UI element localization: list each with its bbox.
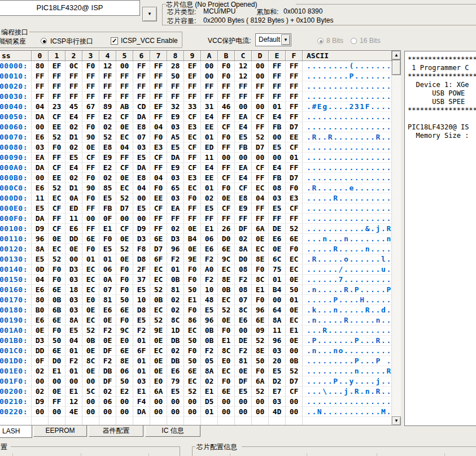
hex-byte-cell[interactable]: 75 [269,264,286,275]
hex-byte-cell[interactable]: 67 [82,102,99,112]
hex-byte-cell[interactable]: F0 [218,61,235,71]
hex-byte-cell[interactable]: 81 [235,356,252,366]
hex-byte-cell[interactable]: 6F [150,254,167,264]
hex-byte-cell[interactable]: D3 [32,336,49,346]
hex-byte-cell[interactable]: FF [49,397,65,407]
hex-byte-cell[interactable]: 02 [65,122,82,132]
hex-byte-cell[interactable]: DA [32,214,49,224]
hex-byte-cell[interactable]: 06 [99,264,116,275]
hex-byte-cell[interactable]: 0E [65,244,82,254]
hex-byte-cell[interactable]: FF [252,173,269,183]
hex-byte-cell[interactable]: 07 [235,295,252,305]
hex-byte-cell[interactable]: 01 [65,346,82,356]
hex-byte-cell[interactable]: F0 [184,275,201,285]
hex-byte-cell[interactable]: 08 [269,183,286,193]
hex-byte-cell[interactable]: CF [184,112,201,122]
hex-byte-cell[interactable]: 0E [286,336,303,346]
hex-byte-cell[interactable]: 00 [167,407,184,417]
hex-byte-cell[interactable]: EC [218,295,235,305]
hex-byte-cell[interactable]: 50 [49,336,65,346]
hex-byte-cell[interactable]: CF [286,142,303,153]
hex-byte-cell[interactable]: 0B [286,356,303,366]
hex-byte-cell[interactable]: FF [218,112,235,122]
hex-byte-cell[interactable]: 04 [150,122,167,132]
hex-byte-cell[interactable]: CF [218,203,235,214]
hex-byte-cell[interactable]: 04 [32,275,49,285]
hex-byte-cell[interactable]: 6A [252,224,269,234]
hex-byte-cell[interactable]: 00 [49,376,65,386]
hex-byte-cell[interactable]: DD [65,234,82,244]
hex-byte-cell[interactable]: E6 [235,315,252,325]
hex-byte-cell[interactable]: FF [184,81,201,92]
hex-byte-cell[interactable]: EA [167,203,184,214]
hex-byte-cell[interactable]: 01 [133,366,150,376]
hex-byte-cell[interactable]: 52 [218,305,235,315]
hex-byte-cell[interactable]: 01 [269,275,286,285]
hex-byte-cell[interactable]: 0E [252,234,269,244]
hex-byte-cell[interactable]: F2 [65,356,82,366]
hex-byte-cell[interactable]: FF [269,92,286,102]
hex-byte-cell[interactable]: AB [116,102,133,112]
hex-byte-cell[interactable]: 1D [167,325,184,336]
hex-byte-cell[interactable]: ED [65,203,82,214]
device-combo-dropdown-button[interactable]: ▼ [142,7,157,21]
hex-byte-cell[interactable]: 00 [82,397,99,407]
hex-byte-cell[interactable]: 23 [49,102,65,112]
hex-byte-cell[interactable]: EA [235,112,252,122]
hex-byte-cell[interactable]: F8 [133,244,150,254]
hex-byte-cell[interactable]: DA [32,112,49,122]
hex-byte-cell[interactable]: FF [49,71,65,81]
hex-byte-cell[interactable]: E5 [99,193,116,203]
hex-byte-cell[interactable]: F0 [218,325,235,336]
hex-byte-cell[interactable]: EA [235,163,252,173]
hex-byte-cell[interactable]: CF [49,112,65,122]
hex-byte-cell[interactable]: EA [32,153,49,163]
hex-byte-cell[interactable]: E1 [201,224,218,234]
hex-byte-cell[interactable]: 52 [184,386,201,397]
hex-byte-cell[interactable]: 8A [65,315,82,325]
hex-byte-cell[interactable]: 52 [49,132,65,142]
hex-byte-cell[interactable]: F0 [99,234,116,244]
hex-byte-cell[interactable]: E6 [269,234,286,244]
hex-byte-cell[interactable]: 5C [82,386,99,397]
hex-byte-cell[interactable]: E0 [218,356,235,366]
hex-byte-cell[interactable]: E5 [269,203,286,214]
hex-byte-cell[interactable]: 06 [116,366,133,376]
hex-byte-cell[interactable]: FF [32,92,49,102]
hex-byte-cell[interactable]: EC [218,366,235,376]
hex-byte-cell[interactable]: 6E [49,346,65,356]
hex-byte-cell[interactable]: FF [150,163,167,173]
hex-byte-cell[interactable]: E5 [99,244,116,254]
hex-byte-cell[interactable]: FF [218,214,235,224]
hex-byte-cell[interactable]: 00 [65,254,82,264]
hex-byte-cell[interactable]: D7 [286,122,303,132]
hex-byte-cell[interactable]: 0C [65,61,82,71]
hex-byte-cell[interactable]: 0E [218,193,235,203]
hex-byte-cell[interactable]: D9 [32,397,49,407]
hex-byte-cell[interactable]: FB [269,122,286,132]
hex-byte-cell[interactable]: 8C [235,305,252,315]
hex-byte-cell[interactable]: B4 [184,234,201,244]
hex-byte-cell[interactable]: F2 [235,346,252,356]
hex-byte-cell[interactable]: 8C [218,346,235,356]
hex-byte-cell[interactable]: F0 [82,122,99,132]
hex-byte-cell[interactable]: 0A [99,275,116,285]
hex-byte-cell[interactable]: 8C [167,315,184,325]
scroll-up-button[interactable]: ▲ [392,51,401,60]
hex-byte-cell[interactable]: FB [99,203,116,214]
hex-byte-cell[interactable]: FF [201,214,218,224]
hex-byte-cell[interactable]: 03 [269,346,286,356]
hex-byte-cell[interactable]: 0E [184,244,201,254]
hex-byte-cell[interactable]: FF [82,112,99,122]
hex-byte-cell[interactable]: 00 [201,61,218,71]
hex-byte-cell[interactable]: D2 [269,376,286,386]
hex-byte-cell[interactable]: DA [133,163,150,173]
hex-byte-cell[interactable]: 52 [49,254,65,264]
hex-byte-cell[interactable]: FF [150,92,167,102]
hex-byte-cell[interactable]: EE [286,132,303,142]
hex-byte-cell[interactable]: CF [49,203,65,214]
hex-byte-cell[interactable]: 11 [32,193,49,203]
hex-byte-cell[interactable]: FF [32,81,49,92]
hex-byte-cell[interactable]: 90 [82,183,99,193]
hex-byte-cell[interactable]: 2F [133,264,150,275]
